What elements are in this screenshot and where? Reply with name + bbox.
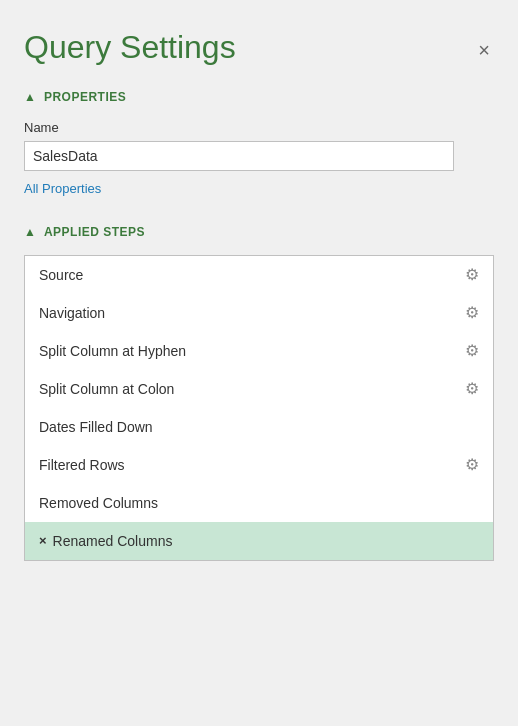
applied-steps-section: ▲ APPLIED STEPS Source⚙Navigation⚙Split … — [0, 217, 518, 577]
error-icon-renamed-columns: × — [39, 533, 47, 548]
gear-icon-source[interactable]: ⚙ — [465, 265, 479, 284]
step-item-split-hyphen[interactable]: Split Column at Hyphen⚙ — [25, 332, 493, 370]
step-item-dates-filled[interactable]: Dates Filled Down — [25, 408, 493, 446]
gear-icon-filtered-rows[interactable]: ⚙ — [465, 455, 479, 474]
step-name-split-hyphen: Split Column at Hyphen — [39, 343, 186, 359]
step-left-split-colon: Split Column at Colon — [39, 381, 174, 397]
all-properties-link[interactable]: All Properties — [24, 181, 101, 196]
step-item-removed-columns[interactable]: Removed Columns — [25, 484, 493, 522]
gear-icon-navigation[interactable]: ⚙ — [465, 303, 479, 322]
step-item-renamed-columns[interactable]: ×Renamed Columns — [25, 522, 493, 560]
step-left-split-hyphen: Split Column at Hyphen — [39, 343, 186, 359]
gear-icon-split-hyphen[interactable]: ⚙ — [465, 341, 479, 360]
close-button[interactable]: × — [474, 36, 494, 64]
step-item-source[interactable]: Source⚙ — [25, 256, 493, 294]
step-left-filtered-rows: Filtered Rows — [39, 457, 125, 473]
applied-steps-collapse-icon[interactable]: ▲ — [24, 225, 36, 239]
applied-steps-body: Source⚙Navigation⚙Split Column at Hyphen… — [0, 247, 518, 577]
step-item-split-colon[interactable]: Split Column at Colon⚙ — [25, 370, 493, 408]
step-item-filtered-rows[interactable]: Filtered Rows⚙ — [25, 446, 493, 484]
page-title: Query Settings — [24, 28, 236, 66]
name-label: Name — [24, 120, 494, 135]
step-name-source: Source — [39, 267, 83, 283]
properties-section: ▲ PROPERTIES Name All Properties — [0, 82, 518, 217]
step-left-source: Source — [39, 267, 83, 283]
step-left-removed-columns: Removed Columns — [39, 495, 158, 511]
panel-header: Query Settings × — [0, 0, 518, 82]
steps-list: Source⚙Navigation⚙Split Column at Hyphen… — [24, 255, 494, 561]
step-name-renamed-columns: Renamed Columns — [53, 533, 173, 549]
properties-body: Name All Properties — [0, 112, 518, 217]
query-name-input[interactable] — [24, 141, 454, 171]
step-left-dates-filled: Dates Filled Down — [39, 419, 153, 435]
step-left-navigation: Navigation — [39, 305, 105, 321]
step-name-navigation: Navigation — [39, 305, 105, 321]
step-name-split-colon: Split Column at Colon — [39, 381, 174, 397]
properties-section-header: ▲ PROPERTIES — [0, 82, 518, 112]
applied-steps-section-title: APPLIED STEPS — [44, 225, 145, 239]
applied-steps-section-header: ▲ APPLIED STEPS — [0, 217, 518, 247]
step-name-dates-filled: Dates Filled Down — [39, 419, 153, 435]
gear-icon-split-colon[interactable]: ⚙ — [465, 379, 479, 398]
step-name-filtered-rows: Filtered Rows — [39, 457, 125, 473]
step-left-renamed-columns: ×Renamed Columns — [39, 533, 172, 549]
step-name-removed-columns: Removed Columns — [39, 495, 158, 511]
properties-section-title: PROPERTIES — [44, 90, 126, 104]
step-item-navigation[interactable]: Navigation⚙ — [25, 294, 493, 332]
properties-collapse-icon[interactable]: ▲ — [24, 90, 36, 104]
query-settings-panel: Query Settings × ▲ PROPERTIES Name All P… — [0, 0, 518, 726]
